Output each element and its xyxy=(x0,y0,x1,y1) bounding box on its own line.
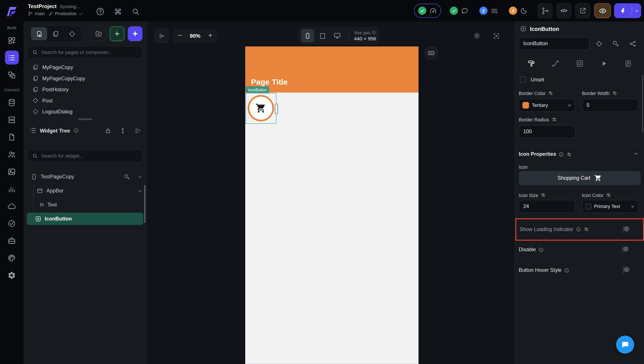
appbar-widget[interactable]: Page Title xyxy=(245,47,418,93)
set-from-variable-icon[interactable] xyxy=(548,90,553,96)
disable-toggle[interactable] xyxy=(622,246,623,253)
design-canvas[interactable]: − 90% + Size (px) 440 × 956 xyxy=(146,21,514,364)
rail-page-selector-button[interactable] xyxy=(5,51,19,65)
list-item[interactable]: MyPageCopy xyxy=(24,62,146,73)
device-phone-button[interactable] xyxy=(301,29,314,42)
app-logo-icon[interactable] xyxy=(4,3,19,18)
tree-node-iconbutton-selected[interactable]: IconButton xyxy=(27,213,143,225)
collapse-tree-button[interactable] xyxy=(132,125,143,136)
rail-database-button[interactable] xyxy=(5,95,19,109)
tab-documentation[interactable] xyxy=(616,56,640,71)
expand-tree-button[interactable] xyxy=(117,125,128,136)
rail-storyboard-button[interactable] xyxy=(5,68,19,82)
icon-button-widget[interactable] xyxy=(248,95,274,121)
tab-properties[interactable] xyxy=(519,56,544,71)
clear-color-icon[interactable] xyxy=(567,103,572,108)
set-from-variable-icon[interactable] xyxy=(606,193,611,198)
tab-alignment[interactable] xyxy=(568,56,592,71)
set-from-variable-icon[interactable] xyxy=(540,193,546,198)
light-mode-toggle-button[interactable] xyxy=(471,30,483,42)
design-system-tab-button[interactable] xyxy=(64,27,80,40)
scrollbar[interactable] xyxy=(642,75,643,132)
project-name[interactable]: TestProject xyxy=(28,3,56,10)
rail-action-flows-button[interactable] xyxy=(5,216,19,230)
rail-theme-button[interactable] xyxy=(5,251,19,265)
tab-animations[interactable] xyxy=(544,56,568,71)
rail-media-assets-button[interactable] xyxy=(5,164,19,178)
list-item[interactable]: Post xyxy=(24,95,146,106)
environment-name[interactable]: Production xyxy=(55,11,77,16)
widget-search-input[interactable]: Search for widget... xyxy=(28,150,143,162)
add-page-button[interactable] xyxy=(110,26,124,41)
unset-checkbox[interactable] xyxy=(520,77,526,83)
zoom-out-button[interactable]: − xyxy=(174,30,186,42)
widget-name-input[interactable] xyxy=(519,37,589,50)
canvas-guides-button[interactable] xyxy=(490,30,502,42)
set-from-variable-icon[interactable] xyxy=(566,152,572,157)
panel-resize-handle[interactable] xyxy=(78,118,92,120)
support-chat-button[interactable] xyxy=(616,336,634,354)
zoom-level[interactable]: 90% xyxy=(186,33,204,39)
branch-name[interactable]: main xyxy=(35,11,45,16)
comments-status[interactable] xyxy=(446,4,472,18)
show-loading-toggle[interactable] xyxy=(623,225,624,233)
keyboard-shortcuts-button[interactable] xyxy=(425,47,437,59)
command-palette-button[interactable]: ⌘ xyxy=(112,6,124,17)
icon-picker-button[interactable]: Shopping Cart xyxy=(519,171,641,185)
resize-handle[interactable] xyxy=(275,104,278,114)
tree-node-text[interactable]: Tt Text xyxy=(24,199,146,211)
tab-actions[interactable] xyxy=(592,56,616,71)
rail-settings-button[interactable] xyxy=(5,268,19,282)
page-title-text[interactable]: Page Title xyxy=(251,78,288,87)
icon-color-chip[interactable]: Primary Text xyxy=(582,200,638,213)
convert-to-component-button[interactable] xyxy=(593,38,604,49)
share-export-button[interactable] xyxy=(576,3,590,18)
list-item[interactable]: PostHistory xyxy=(24,84,146,95)
border-radius-input[interactable] xyxy=(519,125,576,138)
save-as-component-button[interactable] xyxy=(610,38,621,49)
rail-app-values-button[interactable] xyxy=(5,182,19,196)
set-from-variable-icon[interactable] xyxy=(584,227,589,232)
device-tablet-button[interactable] xyxy=(316,29,329,42)
lock-widgets-button[interactable] xyxy=(102,125,114,136)
tree-node-appbar[interactable]: AppBar xyxy=(24,185,146,197)
issues-status[interactable]: 4 xyxy=(505,4,532,18)
collapse-panel-button[interactable] xyxy=(155,29,169,43)
scrollbar[interactable] xyxy=(144,185,146,223)
new-folder-button[interactable] xyxy=(91,26,106,41)
selection-box[interactable] xyxy=(246,93,276,124)
project-health-status[interactable] xyxy=(414,4,441,18)
tree-node-page[interactable]: TestPageCopy xyxy=(24,171,146,183)
device-desktop-button[interactable] xyxy=(331,29,344,42)
border-color-chip[interactable]: Tertiary xyxy=(519,99,576,112)
deploy-chevron-down-icon[interactable] xyxy=(632,8,641,13)
rail-cloud-functions-button[interactable] xyxy=(5,199,19,213)
help-button[interactable] xyxy=(94,6,106,17)
rail-custom-code-button[interactable] xyxy=(5,130,19,144)
icon-size-input[interactable] xyxy=(519,200,576,213)
chevron-down-icon[interactable] xyxy=(135,172,145,182)
preview-eye-button[interactable] xyxy=(594,3,611,18)
chevron-down-icon[interactable] xyxy=(135,186,145,196)
rail-users-button[interactable] xyxy=(5,147,19,161)
border-width-input[interactable] xyxy=(582,99,638,112)
rail-data-types-button[interactable] xyxy=(5,113,19,127)
view-code-button[interactable]: </> xyxy=(556,3,571,18)
clear-color-icon[interactable] xyxy=(630,204,635,209)
phone-mockup[interactable]: Page Title IconButton xyxy=(245,47,418,364)
pages-search-input[interactable]: Search for pages or componen... xyxy=(28,46,143,58)
list-item[interactable]: LogoutDialog xyxy=(24,106,146,117)
rail-widget-palette-button[interactable] xyxy=(5,33,19,47)
list-item[interactable]: MyPageCopyCopy xyxy=(24,73,146,84)
components-tab-button[interactable] xyxy=(47,27,64,40)
button-hover-toggle[interactable] xyxy=(623,266,624,274)
ai-generate-button[interactable] xyxy=(128,26,142,41)
rail-integrations-button[interactable] xyxy=(5,234,19,248)
set-from-variable-icon[interactable] xyxy=(612,90,617,96)
pages-tab-button[interactable] xyxy=(31,27,47,40)
collapse-section-chevron-up[interactable] xyxy=(631,149,641,159)
widget-graph-button[interactable] xyxy=(627,38,638,49)
deploy-split-button[interactable] xyxy=(614,3,641,18)
set-from-variable-icon[interactable] xyxy=(551,117,556,122)
add-widget-icon[interactable] xyxy=(122,172,132,182)
